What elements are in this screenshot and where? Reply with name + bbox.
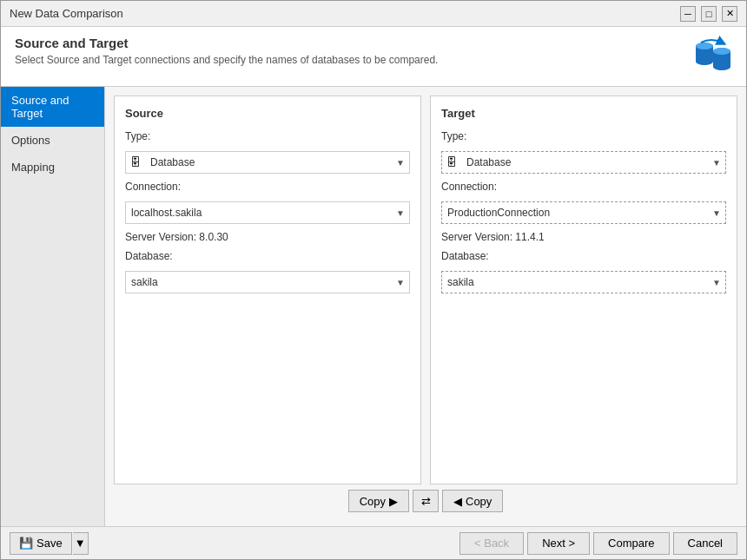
source-panel: Source Type: 🗄 Database ▼ Connection: lo… [114, 96, 421, 484]
source-type-label: Type: [125, 130, 410, 142]
minimize-button[interactable]: ─ [680, 6, 696, 22]
target-server-version: Server Version: 11.4.1 [441, 231, 726, 243]
database-sync-icon [691, 36, 732, 77]
target-database-select[interactable]: sakila [441, 271, 726, 293]
save-disk-icon: 💾 [19, 537, 33, 550]
target-panel: Target Type: 🗄 Database ▼ Connection: Pr… [430, 96, 737, 484]
compare-button[interactable]: Compare [593, 532, 669, 555]
target-type-label: Type: [441, 130, 726, 142]
copy-right-label: Copy [360, 495, 386, 508]
copy-right-arrow-icon: ▶ [389, 495, 398, 508]
sidebar: Source and Target Options Mapping [1, 87, 105, 526]
next-label: Next > [542, 537, 575, 550]
source-connection-select[interactable]: localhost.sakila [125, 201, 410, 224]
window-title: New Data Comparison [10, 7, 123, 20]
swap-icon: ⇄ [421, 495, 431, 508]
copy-row: Copy ▶ ⇄ ◀ Copy [114, 484, 737, 517]
footer-right: < Back Next > Compare Cancel [459, 532, 737, 555]
source-type-select[interactable]: Database [125, 151, 410, 174]
sidebar-item-source-and-target[interactable]: Source and Target [1, 87, 104, 127]
cancel-label: Cancel [688, 537, 723, 550]
source-connection-label: Connection: [125, 181, 410, 193]
header-text: Source and Target Select Source and Targ… [15, 36, 438, 66]
copy-left-label: Copy [466, 495, 492, 508]
header-section: Source and Target Select Source and Targ… [1, 27, 746, 87]
target-type-select[interactable]: Database [441, 151, 726, 174]
window: New Data Comparison ─ □ ✕ Source and Tar… [0, 0, 747, 560]
source-type-wrapper: 🗄 Database ▼ [125, 151, 410, 174]
copy-to-right-button[interactable]: Copy ▶ [348, 490, 409, 512]
sidebar-item-mapping[interactable]: Mapping [1, 154, 104, 181]
content-area: Source Type: 🗄 Database ▼ Connection: lo… [105, 87, 746, 526]
target-connection-select[interactable]: ProductionConnection [441, 201, 726, 224]
target-connection-wrapper: ProductionConnection ▼ [441, 201, 726, 224]
source-database-wrapper: sakila ▼ [125, 271, 410, 293]
copy-left-arrow-icon: ◀ [453, 495, 462, 508]
save-dropdown-button[interactable]: ▼ [73, 532, 89, 555]
svg-point-3 [696, 43, 713, 49]
source-database-select[interactable]: sakila [125, 271, 410, 293]
maximize-button[interactable]: □ [701, 6, 717, 22]
target-type-wrapper: 🗄 Database ▼ [441, 151, 726, 174]
main-content: Source and Target Options Mapping Source… [1, 87, 746, 526]
panels-row: Source Type: 🗄 Database ▼ Connection: lo… [114, 96, 737, 484]
save-button[interactable]: 💾 Save [10, 532, 72, 555]
compare-label: Compare [608, 537, 654, 550]
target-database-wrapper: sakila ▼ [441, 271, 726, 293]
svg-point-2 [696, 58, 713, 65]
next-button[interactable]: Next > [527, 532, 590, 555]
target-panel-title: Target [441, 107, 726, 120]
footer-left: 💾 Save ▼ [10, 532, 89, 555]
save-label: Save [36, 537, 63, 550]
svg-point-7 [713, 48, 730, 55]
source-server-version: Server Version: 8.0.30 [125, 231, 410, 243]
header-icon [691, 36, 732, 77]
title-bar-controls: ─ □ ✕ [680, 6, 737, 22]
copy-to-left-button[interactable]: ◀ Copy [442, 490, 503, 512]
target-connection-label: Connection: [441, 181, 726, 193]
save-dropdown-arrow-icon: ▼ [75, 537, 86, 550]
sidebar-item-options[interactable]: Options [1, 127, 104, 154]
header-title: Source and Target [15, 36, 438, 50]
title-bar: New Data Comparison ─ □ ✕ [1, 1, 746, 27]
svg-point-6 [713, 63, 730, 70]
swap-button[interactable]: ⇄ [413, 490, 439, 512]
back-label: < Back [474, 537, 509, 550]
header-subtitle: Select Source and Target connections and… [15, 54, 438, 66]
target-database-label: Database: [441, 250, 726, 262]
cancel-button[interactable]: Cancel [673, 532, 737, 555]
close-button[interactable]: ✕ [722, 6, 737, 22]
back-button[interactable]: < Back [459, 532, 524, 555]
footer: 💾 Save ▼ < Back Next > Compare Cancel [1, 526, 746, 559]
source-database-label: Database: [125, 250, 410, 262]
source-connection-wrapper: localhost.sakila ▼ [125, 201, 410, 224]
source-panel-title: Source [125, 107, 410, 120]
